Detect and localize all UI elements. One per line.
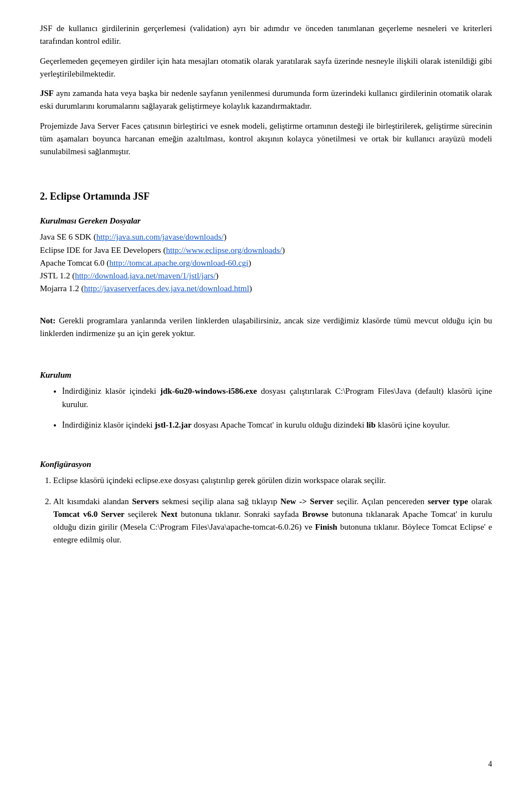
page-number: 4: [488, 758, 492, 770]
bullet1-bold: jdk-6u20-windows-i586.exe: [160, 387, 257, 395]
num2-prefix: Alt kısımdaki alandan: [53, 497, 132, 506]
link1-suffix: ): [224, 232, 227, 241]
link-row-1: Java SE 6 SDK (http://java.sun.com/javas…: [40, 231, 492, 243]
config-item-1: Eclipse klasörü içindeki eclipse.exe dos…: [53, 474, 492, 487]
link2-url-text: http://www.eclipse.org/downloads/: [166, 246, 282, 255]
para1-text: JSF de kullanıcı girdilerinin gerçerleme…: [40, 24, 492, 45]
num2-bold6: Browse: [302, 510, 328, 519]
num2-middle2: seçilir. Açılan pencereden: [334, 497, 428, 506]
paragraph-3: JSF aynı zamanda hata veya başka bir ned…: [40, 87, 492, 113]
link3-url-text: http://tomcat.apache.org/download-60.cgi: [109, 258, 248, 267]
config-list: Eclipse klasörü içindeki eclipse.exe dos…: [53, 474, 492, 546]
link5-url-text: http://javaserverfaces.dev.java.net/down…: [84, 284, 249, 293]
note-text: Gerekli programlara yanlarında verilen l…: [40, 316, 492, 338]
section-2-label: Eclipse Ortamında JSF: [50, 191, 150, 202]
section-2-number: 2.: [40, 191, 48, 202]
link5-prefix: Mojarra 1.2 (: [40, 284, 84, 293]
bullet1-prefix: İndirdiğiniz klasör içindeki: [62, 387, 160, 395]
link5-suffix: ): [249, 284, 252, 293]
subsection-required-files-label: Kurulması Gereken Dosyalar: [40, 216, 141, 225]
para4-text: Projemizde Java Server Faces çatısının b…: [40, 121, 492, 156]
link3-prefix: Apache Tomcat 6.0 (: [40, 258, 109, 267]
link-row-5: Mojarra 1.2 (http://javaserverfaces.dev.…: [40, 282, 492, 295]
paragraph-1: JSF de kullanıcı girdilerinin gerçerleme…: [40, 22, 492, 48]
link4-url[interactable]: http://download.java.net/maven/1/jstl/ja…: [75, 271, 216, 280]
bullet2-bold2: lib: [366, 420, 376, 429]
num2-bold5: Next: [161, 510, 177, 519]
link5-url[interactable]: http://javaserverfaces.dev.java.net/down…: [84, 284, 249, 293]
num2-middle1: sekmesi seçilip alana sağ tıklayıp: [159, 497, 280, 506]
install-item-2: İndirdiğiniz klasör içindeki jstl-1.2.ja…: [62, 419, 492, 431]
paragraph-4: Projemizde Java Server Faces çatısının b…: [40, 120, 492, 159]
num2-bold1: Servers: [132, 497, 158, 506]
subsection-kurulum-label: Kurulum: [40, 370, 71, 379]
link4-url-text: http://download.java.net/maven/1/jstl/ja…: [75, 271, 216, 280]
num2-middle3: olarak: [468, 497, 492, 506]
config1-text: Eclipse klasörü içindeki eclipse.exe dos…: [53, 476, 386, 485]
num2-bold4: Tomcat v6.0 Server: [53, 510, 125, 519]
paragraph-2: Geçerlemeden geçemeyen girdiler için hat…: [40, 55, 492, 81]
link1-url[interactable]: http://java.sun.com/javase/downloads/: [96, 232, 224, 241]
install-item-1: İndirdiğiniz klasör içindeki jdk-6u20-wi…: [62, 385, 492, 411]
bullet2-bold: jstl-1.2.jar: [155, 420, 192, 429]
para3-jsf-bold: JSF: [40, 89, 54, 98]
subsection-konfigurasyon-label: Konfigürasyon: [40, 460, 91, 469]
link3-url[interactable]: http://tomcat.apache.org/download-60.cgi: [109, 258, 248, 267]
para2-text: Geçerlemeden geçemeyen girdiler için hat…: [40, 57, 492, 78]
link4-suffix: ): [216, 271, 218, 280]
link-row-2: Eclipse IDE for Java EE Developers (http…: [40, 244, 492, 257]
link1-url-text: http://java.sun.com/javase/downloads/: [96, 232, 224, 241]
config-item-2: Alt kısımdaki alandan Servers sekmesi se…: [53, 495, 492, 547]
num2-middle4: seçilerek: [125, 510, 161, 519]
link-row-3: Apache Tomcat 6.0 (http://tomcat.apache.…: [40, 257, 492, 270]
subsection-kurulum: Kurulum: [40, 369, 492, 382]
link3-suffix: ): [248, 258, 251, 267]
para3-rest: aynı zamanda hata veya başka bir nedenle…: [40, 89, 492, 110]
installation-list: İndirdiğiniz klasör içindeki jdk-6u20-wi…: [62, 385, 492, 431]
link2-url[interactable]: http://www.eclipse.org/downloads/: [166, 246, 282, 255]
link4-prefix: JSTL 1.2 (: [40, 271, 75, 280]
subsection-required-files: Kurulması Gereken Dosyalar: [40, 215, 492, 227]
link2-prefix: Eclipse IDE for Java EE Developers (: [40, 246, 166, 255]
num2-middle5: butonuna tıklanır. Sonraki sayfada: [177, 510, 302, 519]
bullet2-middle: dosyası Apache Tomcat' in kurulu olduğu …: [192, 420, 367, 429]
note-label: Not:: [40, 316, 55, 325]
link2-suffix: ): [282, 246, 285, 255]
note-block: Not: Gerekli programlara yanlarında veri…: [40, 314, 492, 341]
subsection-konfigurasyon: Konfigürasyon: [40, 458, 492, 471]
num2-bold2: New -> Server: [280, 497, 334, 506]
link-row-4: JSTL 1.2 (http://download.java.net/maven…: [40, 270, 492, 282]
bullet2-prefix: İndirdiğiniz klasör içindeki: [62, 420, 155, 429]
link1-prefix: Java SE 6 SDK (: [40, 232, 96, 241]
num2-bold7: Finish: [315, 522, 337, 531]
num2-bold3: server type: [428, 497, 468, 506]
bullet2-suffix: klasörü içine koyulur.: [376, 420, 450, 429]
download-links-list: Java SE 6 SDK (http://java.sun.com/javas…: [40, 231, 492, 295]
section-2-title: 2. Eclipse Ortamında JSF: [40, 189, 492, 205]
